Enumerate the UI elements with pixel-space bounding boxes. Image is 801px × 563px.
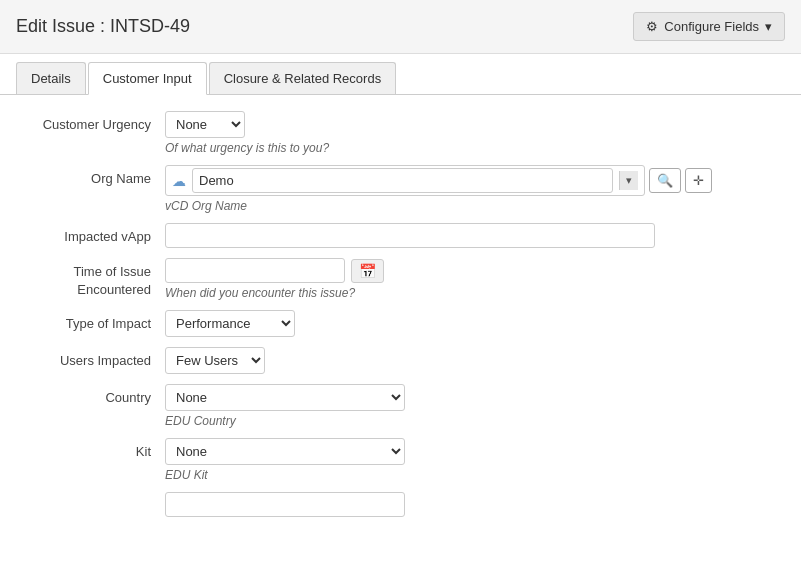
time-input-row: 📅 <box>165 258 781 283</box>
impacted-vapp-row: Impacted vApp <box>20 223 781 248</box>
form-content: Customer Urgency None Low Medium High Cr… <box>0 95 801 543</box>
tab-details[interactable]: Details <box>16 62 86 94</box>
impacted-vapp-label: Impacted vApp <box>20 223 165 246</box>
time-of-issue-label: Time of Issue Encountered <box>20 258 165 299</box>
kit-row: Kit None Kit A Kit B Kit C EDU Kit <box>20 438 781 482</box>
type-of-impact-select[interactable]: Performance Availability Data Loss Other <box>165 310 295 337</box>
extra-row <box>20 492 781 517</box>
org-name-label: Org Name <box>20 165 165 188</box>
org-search-button[interactable]: 🔍 <box>649 168 681 193</box>
header: Edit Issue : INTSD-49 ⚙ Configure Fields… <box>0 0 801 54</box>
cloud-icon: ☁ <box>172 173 186 189</box>
type-of-impact-row: Type of Impact Performance Availability … <box>20 310 781 337</box>
extra-input[interactable] <box>165 492 405 517</box>
org-name-input[interactable] <box>192 168 613 193</box>
kit-field: None Kit A Kit B Kit C EDU Kit <box>165 438 781 482</box>
country-hint: EDU Country <box>165 414 781 428</box>
customer-urgency-hint: Of what urgency is this to you? <box>165 141 781 155</box>
time-of-issue-input[interactable] <box>165 258 345 283</box>
kit-select[interactable]: None Kit A Kit B Kit C <box>165 438 405 465</box>
org-name-field: ☁ ▾ 🔍 ✛ vCD Org Name <box>165 165 781 213</box>
time-of-issue-field: 📅 When did you encounter this issue? <box>165 258 781 300</box>
tab-customer-input[interactable]: Customer Input <box>88 62 207 95</box>
users-impacted-label: Users Impacted <box>20 347 165 370</box>
org-name-input-wrapper: ☁ ▾ <box>165 165 645 196</box>
extra-field <box>165 492 781 517</box>
page-wrapper: Edit Issue : INTSD-49 ⚙ Configure Fields… <box>0 0 801 563</box>
time-of-issue-row: Time of Issue Encountered 📅 When did you… <box>20 258 781 300</box>
type-of-impact-label: Type of Impact <box>20 310 165 333</box>
time-of-issue-hint: When did you encounter this issue? <box>165 286 781 300</box>
org-name-dropdown-button[interactable]: ▾ <box>619 171 638 190</box>
country-row: Country None United States Canada United… <box>20 384 781 428</box>
impacted-vapp-input[interactable] <box>165 223 655 248</box>
chevron-down-icon: ▾ <box>765 19 772 34</box>
users-impacted-field: Few Users Some Users All Users <box>165 347 781 374</box>
type-of-impact-field: Performance Availability Data Loss Other <box>165 310 781 337</box>
kit-label: Kit <box>20 438 165 461</box>
kit-hint: EDU Kit <box>165 468 781 482</box>
calendar-button[interactable]: 📅 <box>351 259 384 283</box>
configure-fields-button[interactable]: ⚙ Configure Fields ▾ <box>633 12 785 41</box>
customer-urgency-field: None Low Medium High Critical Of what ur… <box>165 111 781 155</box>
gear-icon: ⚙ <box>646 19 658 34</box>
extra-label <box>20 492 165 497</box>
country-select[interactable]: None United States Canada United Kingdom… <box>165 384 405 411</box>
customer-urgency-row: Customer Urgency None Low Medium High Cr… <box>20 111 781 155</box>
customer-urgency-label: Customer Urgency <box>20 111 165 134</box>
users-impacted-select[interactable]: Few Users Some Users All Users <box>165 347 265 374</box>
org-name-row: Org Name ☁ ▾ 🔍 ✛ vCD Org Name <box>20 165 781 213</box>
country-label: Country <box>20 384 165 407</box>
org-name-input-row: ☁ ▾ 🔍 ✛ <box>165 165 781 196</box>
impacted-vapp-field <box>165 223 781 248</box>
org-name-hint: vCD Org Name <box>165 199 781 213</box>
plus-cross-icon: ✛ <box>693 173 704 188</box>
page-title: Edit Issue : INTSD-49 <box>16 16 190 37</box>
search-icon: 🔍 <box>657 173 673 188</box>
country-field: None United States Canada United Kingdom… <box>165 384 781 428</box>
customer-urgency-select[interactable]: None Low Medium High Critical <box>165 111 245 138</box>
tabs-bar: Details Customer Input Closure & Related… <box>0 62 801 95</box>
configure-fields-label: Configure Fields <box>664 19 759 34</box>
users-impacted-row: Users Impacted Few Users Some Users All … <box>20 347 781 374</box>
tab-closure-related[interactable]: Closure & Related Records <box>209 62 397 94</box>
calendar-icon: 📅 <box>359 263 376 279</box>
org-add-button[interactable]: ✛ <box>685 168 712 193</box>
